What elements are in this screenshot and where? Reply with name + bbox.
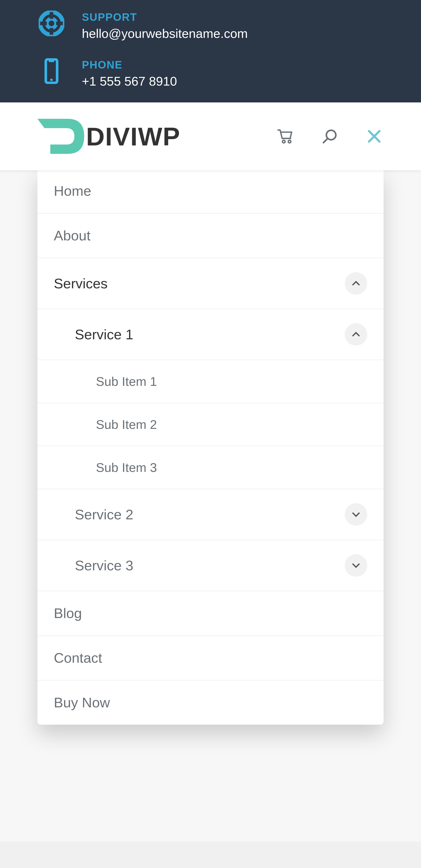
phone-label: PHONE <box>82 58 177 71</box>
svg-line-12 <box>324 138 328 143</box>
nav-services[interactable]: Services <box>37 258 384 309</box>
support-value[interactable]: hello@yourwebsitename.com <box>82 26 248 41</box>
mobile-nav-menu: Home About Services Service 1 Sub Item 1… <box>37 169 384 725</box>
logo-mark-icon <box>37 119 84 154</box>
svg-point-10 <box>288 140 291 143</box>
nav-service-1-label: Service 1 <box>75 327 133 343</box>
svg-point-8 <box>50 79 53 81</box>
nav-service-1[interactable]: Service 1 <box>37 309 384 360</box>
nav-blog-label: Blog <box>54 605 82 621</box>
lifering-icon <box>37 9 65 37</box>
logo-text: DIVIWP <box>86 122 180 151</box>
top-contact-bar: SUPPORT hello@yourwebsitename.com PHONE … <box>0 0 421 102</box>
nav-service-2[interactable]: Service 2 <box>37 489 384 540</box>
phone-icon <box>37 57 65 85</box>
nav-sub-item-2[interactable]: Sub Item 2 <box>37 403 384 446</box>
nav-sub-item-1[interactable]: Sub Item 1 <box>37 360 384 403</box>
site-logo[interactable]: DIVIWP <box>37 119 180 154</box>
nav-sub-item-2-label: Sub Item 2 <box>96 417 157 432</box>
chevron-down-icon[interactable] <box>345 503 367 526</box>
phone-value[interactable]: +1 555 567 8910 <box>82 74 177 88</box>
nav-sub-item-3[interactable]: Sub Item 3 <box>37 446 384 489</box>
chevron-down-icon[interactable] <box>345 554 367 577</box>
nav-home[interactable]: Home <box>37 169 384 214</box>
nav-sub-item-1-label: Sub Item 1 <box>96 374 157 389</box>
nav-contact-label: Contact <box>54 650 102 666</box>
nav-service-2-label: Service 2 <box>75 506 133 523</box>
nav-services-label: Services <box>54 275 108 291</box>
cart-icon[interactable] <box>276 127 295 146</box>
nav-service-3-label: Service 3 <box>75 557 133 574</box>
nav-about-label: About <box>54 227 91 244</box>
chevron-up-icon[interactable] <box>345 272 367 294</box>
nav-buy-now[interactable]: Buy Now <box>37 680 384 725</box>
site-header: DIVIWP <box>0 102 421 170</box>
search-icon[interactable] <box>321 127 339 146</box>
phone-row: PHONE +1 555 567 8910 <box>37 57 384 88</box>
nav-buy-now-label: Buy Now <box>54 694 110 711</box>
svg-point-9 <box>282 140 285 143</box>
nav-contact[interactable]: Contact <box>37 636 384 680</box>
nav-about[interactable]: About <box>37 214 384 258</box>
close-icon[interactable] <box>365 127 384 146</box>
support-row: SUPPORT hello@yourwebsitename.com <box>37 9 384 41</box>
nav-home-label: Home <box>54 183 91 199</box>
header-icon-group <box>276 127 384 146</box>
chevron-up-icon[interactable] <box>345 323 367 346</box>
svg-point-1 <box>47 19 56 28</box>
support-label: SUPPORT <box>82 11 248 23</box>
nav-sub-item-3-label: Sub Item 3 <box>96 460 157 475</box>
nav-service-3[interactable]: Service 3 <box>37 540 384 591</box>
nav-blog[interactable]: Blog <box>37 591 384 636</box>
